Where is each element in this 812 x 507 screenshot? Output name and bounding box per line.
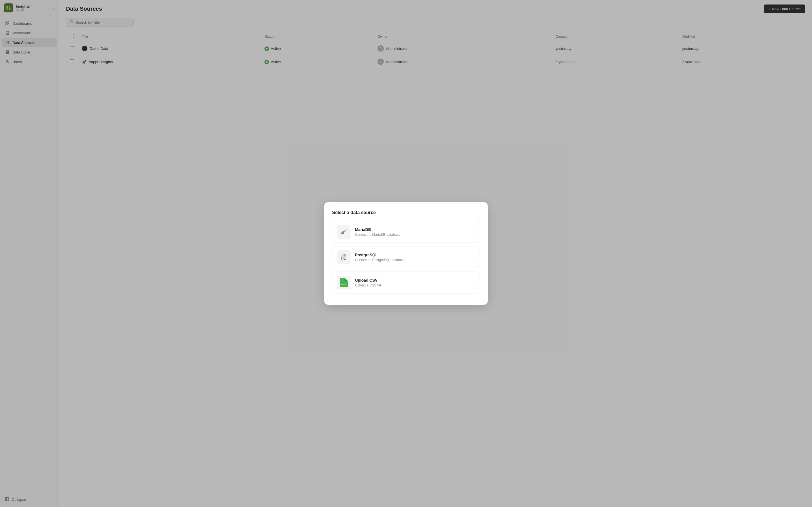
mariadb-icon-container — [337, 225, 350, 238]
mariadb-name: MariaDB — [355, 227, 400, 232]
csv-name: Upload CSV — [355, 278, 382, 283]
csv-icon: CSV — [339, 277, 348, 288]
postgresql-desc: Connect to PostgreSQL database — [355, 258, 405, 262]
postgresql-icon-container — [337, 250, 350, 264]
mariadb-icon — [340, 228, 348, 236]
postgresql-name: PostgreSQL — [355, 252, 405, 257]
select-data-source-modal: Select a data source MariaDB Connect to … — [324, 202, 488, 305]
main-content: Data Sources + New Data Source Ti — [59, 0, 812, 507]
csv-icon-container: CSV — [337, 276, 350, 289]
postgresql-text: PostgreSQL Connect to PostgreSQL databas… — [355, 252, 405, 262]
modal-overlay[interactable]: Select a data source MariaDB Connect to … — [0, 0, 812, 507]
csv-desc: Upload a CSV file — [355, 283, 382, 287]
csv-option[interactable]: CSV Upload CSV Upload a CSV file — [332, 272, 480, 293]
mariadb-text: MariaDB Connect to MariaDB database — [355, 227, 400, 237]
csv-text: Upload CSV Upload a CSV file — [355, 278, 382, 287]
svg-point-24 — [345, 255, 346, 256]
postgresql-option[interactable]: PostgreSQL Connect to PostgreSQL databas… — [332, 246, 480, 268]
mariadb-desc: Connect to MariaDB database — [355, 233, 400, 237]
postgresql-icon — [339, 252, 348, 262]
mariadb-option[interactable]: MariaDB Connect to MariaDB database — [332, 221, 480, 243]
svg-text:CSV: CSV — [341, 283, 346, 286]
modal-title: Select a data source — [332, 210, 480, 215]
